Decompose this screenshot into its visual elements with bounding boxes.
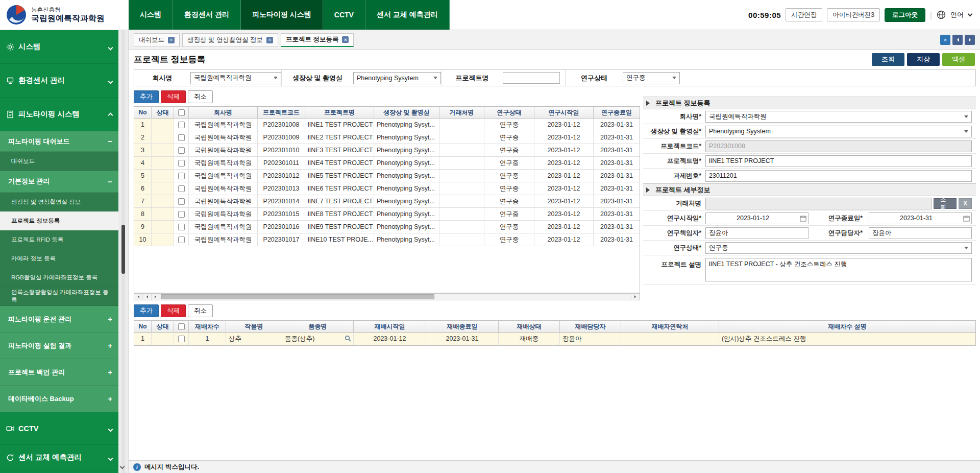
table-row[interactable]: 10 국립원예특작과학원 P202301017 lINE10 TEST PROJ… [134,233,640,246]
sidebar-item-sensor-replace[interactable]: 센서 교체 예측관리 [0,445,118,470]
sidebar-item-chlorophyll-camera-coord[interactable]: 엽록소형광촬영실 카메라좌표정보 등록 [0,287,118,306]
tab-close-icon[interactable]: × [266,37,273,43]
logout-button[interactable]: 로그아웃 [885,8,925,22]
sidebar-item-growth-chamber-info[interactable]: 생장상 및 영상촬영실 정보 [0,193,118,211]
filter-project-input[interactable] [503,72,560,84]
scrollbar-track[interactable] [160,294,631,300]
delete-button[interactable]: 삭제 [161,304,186,317]
chamber-select[interactable]: Phenotyping Syystem [705,126,972,137]
close-all-tabs-icon[interactable]: × [940,35,950,45]
lead-researcher-field[interactable] [705,227,808,239]
tab-close-icon[interactable]: × [342,36,349,43]
table-row[interactable]: 9 국립원예특작과학원 P202301016 lINE9 TEST PROJEC… [134,221,640,233]
variety-cell[interactable]: 품종(상추) [282,333,354,345]
vertical-scrollbar-thumb[interactable] [121,225,125,274]
sidebar-item-project-rfid[interactable]: 프로젝트 RFID 등록 [0,230,118,249]
calendar-icon[interactable] [963,215,970,222]
table-row[interactable]: 2 국립원예특작과학원 P202301009 lINE2 TEST PROJEC… [134,131,640,144]
add-button[interactable]: 추가 [134,304,159,317]
sidebar-item-camera-info[interactable]: 카메라 정보 등록 [0,249,118,268]
task-number-field[interactable] [705,170,972,182]
table-row[interactable]: 4 국립원예특작과학원 P202301011 lINE4 TEST PROJEC… [134,157,640,170]
scroll-left-icon[interactable] [143,294,152,300]
row-checkbox-cell[interactable] [174,221,189,233]
user-button[interactable]: 아이티컨버전3 [827,8,880,21]
table-row[interactable]: 1 1 상추 품종(상추) 2023-01-12 2023-01-31 재 [134,333,975,345]
calendar-icon[interactable] [800,215,806,222]
company-select[interactable]: 국립원예특작과학원 [705,111,972,123]
nav-sensor-replace[interactable]: 센서 교체 예측관리 [365,0,450,30]
scroll-step-right-icon[interactable] [152,294,160,300]
row-checkbox-cell[interactable] [174,208,189,221]
project-name-field[interactable] [705,155,972,167]
globe-icon[interactable] [937,10,946,19]
sidebar-group-pheno-experiment[interactable]: 피노타이핑 실험 결과 + [0,333,118,359]
cancel-button[interactable]: 취소 [188,304,213,317]
row-checkbox-cell[interactable] [174,233,189,246]
row-checkbox-cell[interactable] [174,170,189,182]
row-checkbox-cell[interactable] [174,333,189,345]
tab-dashboard[interactable]: 대쉬보드 × [134,33,180,47]
start-date-field[interactable] [705,212,808,224]
scroll-right-icon[interactable] [631,294,640,300]
scroll-first-icon[interactable] [134,294,143,300]
tab-growth-chamber-info[interactable]: 생장상 및 영상촬영실 정보 × [182,33,278,47]
end-date-field[interactable] [869,212,972,224]
filter-status-select[interactable]: 연구중 [623,72,680,84]
table-row[interactable]: 8 국립원예특작과학원 P202301015 lINE8 TEST PROJEC… [134,208,640,221]
cancel-button[interactable]: 취소 [188,90,213,103]
sidebar-item-phenotyping[interactable]: 피노타이핑 시스템 [0,98,118,131]
nav-cctv[interactable]: CCTV [323,0,365,30]
manager-field[interactable] [869,227,972,239]
save-button[interactable]: 저장 [907,53,940,66]
sidebar-group-pheno-dashboard[interactable]: 피노타이핑 대쉬보드 − [0,131,118,152]
tab-scroll-right-icon[interactable] [965,35,975,45]
nav-system[interactable]: 시스템 [129,0,173,30]
row-checkbox-cell[interactable] [174,131,189,144]
row-checkbox-cell[interactable] [174,157,189,170]
delete-button[interactable]: 삭제 [161,90,186,103]
language-label[interactable]: 언어 [950,10,964,19]
table-row[interactable]: 1 국립원예특작과학원 P202301008 lINE1 TEST PROJEC… [134,119,640,131]
tab-close-icon[interactable]: × [168,37,175,43]
sidebar-group-pheno-operation[interactable]: 피노타이핑 운전 관리 + [0,306,118,333]
sidebar-group-basic-info[interactable]: 기본정보 관리 − [0,171,118,193]
col-select-all[interactable] [174,321,189,333]
tab-scroll-left-icon[interactable] [952,35,963,45]
nav-phenotyping[interactable]: 피노타이핑 시스템 [241,0,323,30]
col-select-all[interactable] [174,107,189,119]
sidebar-item-system[interactable]: 시스템 [0,30,118,64]
client-clear-button[interactable]: X [959,198,972,209]
row-checkbox-cell[interactable] [174,144,189,157]
filter-chamber-select[interactable]: Phenotyping Sysytem [353,72,441,84]
table-row[interactable]: 6 국립원예특작과학원 P202301013 lINE6 TEST PROJEC… [134,182,640,195]
description-field[interactable]: lINE1 TEST PROJECT - 상추 건조스트레스 진행 [705,258,972,281]
language-chevron-down-icon[interactable] [968,12,973,17]
excel-button[interactable]: 엑셀 [942,53,975,66]
sidebar-item-project-register[interactable]: 프로젝트 정보등록 [0,211,118,230]
add-button[interactable]: 추가 [134,90,159,103]
sidebar-item-rgb-camera-coord[interactable]: RGB촬영실 카메라좌표정보 등록 [0,268,118,287]
search-icon[interactable] [345,335,351,342]
table-row[interactable]: 3 국립원예특작과학원 P202301010 lINE3 TEST PROJEC… [134,144,640,157]
sidebar-splitter[interactable] [118,30,129,473]
research-status-select[interactable]: 연구중 [705,242,972,254]
sidebar-group-project-backup[interactable]: 프로젝트 백업 관리 + [0,359,118,386]
horizontal-scrollbar[interactable] [134,293,640,300]
scrollbar-thumb[interactable] [161,294,434,299]
row-checkbox-cell[interactable] [174,195,189,208]
search-button[interactable]: 조회 [872,53,904,66]
splitter-collapse-icon[interactable] [120,462,124,470]
row-checkbox-cell[interactable] [174,119,189,131]
row-checkbox-cell[interactable] [174,182,189,195]
sidebar-item-env-sensor[interactable]: 환경센서 관리 [0,64,118,98]
table-row[interactable]: 7 국립원예특작과학원 P202301014 lINE7 TEST PROJEC… [134,195,640,208]
sidebar-item-cctv[interactable]: CCTV [0,412,118,445]
extend-time-button[interactable]: 시간연장 [786,8,822,21]
sidebar-item-dashboard[interactable]: 대쉬보드 [0,152,118,171]
tab-project-register[interactable]: 프로젝트 정보등록 × [281,33,354,47]
sidebar-group-database-backup[interactable]: 데이타베이스 Backup + [0,386,118,412]
table-row[interactable]: 5 국립원예특작과학원 P202301012 lINE5 TEST PROJEC… [134,170,640,182]
client-search-button[interactable]: 조회 [934,198,957,209]
filter-company-select[interactable]: 국립원예특작과학원 [190,72,281,84]
